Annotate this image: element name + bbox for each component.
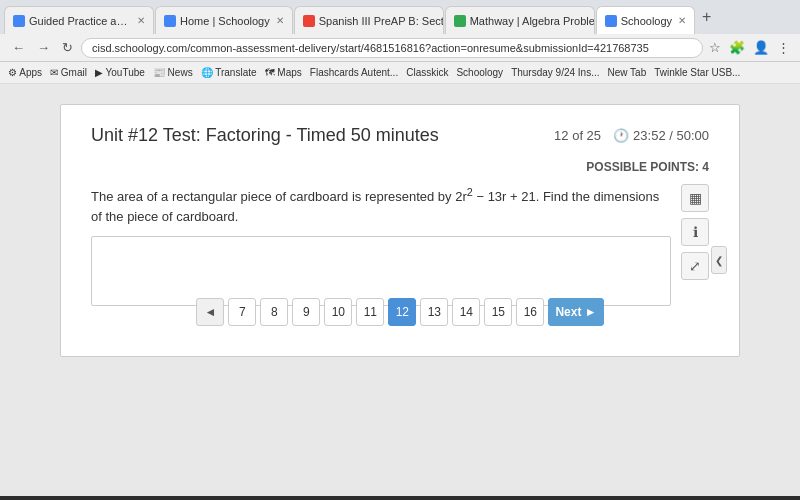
bookmarks-bar: ⚙ Apps ✉ Gmail ▶ YouTube 📰 News 🌐 Transl… <box>0 62 800 84</box>
pagination-page-9[interactable]: 9 <box>292 298 320 326</box>
bookmark-youtube[interactable]: ▶ YouTube <box>95 67 145 78</box>
bookmark-newtab[interactable]: New Tab <box>608 67 647 78</box>
pagination-page-15[interactable]: 15 <box>484 298 512 326</box>
back-button[interactable]: ← <box>8 38 29 57</box>
tab-spanish[interactable]: Spanish III PreAP B: Section 9... ✕ <box>294 6 444 34</box>
pagination-page-12[interactable]: 12 <box>388 298 416 326</box>
menu-icon[interactable]: ⋮ <box>775 38 792 57</box>
timer-display: 🕐 23:52 / 50:00 <box>613 128 709 143</box>
bookmark-news[interactable]: 📰 News <box>153 67 193 78</box>
info-icon: ℹ <box>693 224 698 240</box>
tab-home-schoology[interactable]: Home | Schoology ✕ <box>155 6 293 34</box>
url-bar[interactable] <box>81 38 703 58</box>
bookmark-classkick[interactable]: Classkick <box>406 67 448 78</box>
bookmark-thursday[interactable]: Thursday 9/24 Ins... <box>511 67 599 78</box>
pagination-page-11[interactable]: 11 <box>356 298 384 326</box>
pagination-prev-arrow[interactable]: ◄ <box>196 298 224 326</box>
collapse-left-icon: ❮ <box>715 255 723 266</box>
forward-button[interactable]: → <box>33 38 54 57</box>
tab-close-icon[interactable]: ✕ <box>678 15 686 26</box>
bookmark-star-icon[interactable]: ☆ <box>707 38 723 57</box>
tab-label: Guided Practice and Core Pra... <box>29 15 131 27</box>
bookmark-translate[interactable]: 🌐 Translate <box>201 67 257 78</box>
tab-label: Spanish III PreAP B: Section 9... <box>319 15 444 27</box>
content-card: Unit #12 Test: Factoring - Timed 50 minu… <box>60 104 740 357</box>
collapse-area: ❮ <box>91 246 727 274</box>
tab-favicon <box>164 15 176 27</box>
new-tab-button[interactable]: + <box>696 8 717 26</box>
question-text: The area of a rectangular piece of cardb… <box>91 184 671 226</box>
tab-favicon <box>13 15 25 27</box>
bookmark-gmail[interactable]: ✉ Gmail <box>50 67 87 78</box>
calendar-tool-button[interactable]: ▦ <box>681 184 709 212</box>
bookmark-apps[interactable]: ⚙ Apps <box>8 67 42 78</box>
progress-indicator: 12 of 25 <box>554 128 601 143</box>
collapse-button[interactable]: ❮ <box>711 246 727 274</box>
tab-close-icon[interactable]: ✕ <box>276 15 284 26</box>
bookmark-maps[interactable]: 🗺 Maps <box>265 67 302 78</box>
clock-icon: 🕐 <box>613 128 629 143</box>
pagination-page-8[interactable]: 8 <box>260 298 288 326</box>
tab-guided-practice[interactable]: Guided Practice and Core Pra... ✕ <box>4 6 154 34</box>
page-background: Unit #12 Test: Factoring - Timed 50 minu… <box>0 84 800 496</box>
tab-favicon <box>605 15 617 27</box>
tab-label: Mathway | Algebra Problem S... <box>470 15 595 27</box>
page-title: Unit #12 Test: Factoring - Timed 50 minu… <box>91 125 439 146</box>
extensions-icon[interactable]: 🧩 <box>727 38 747 57</box>
info-tool-button[interactable]: ℹ <box>681 218 709 246</box>
card-meta: 12 of 25 🕐 23:52 / 50:00 <box>554 128 709 143</box>
reload-button[interactable]: ↻ <box>58 38 77 57</box>
pagination-page-16[interactable]: 16 <box>516 298 544 326</box>
profile-icon[interactable]: 👤 <box>751 38 771 57</box>
pagination-page-13[interactable]: 13 <box>420 298 448 326</box>
sidebar-tools: ▦ ℹ ⤢ <box>681 184 709 306</box>
calendar-icon: ▦ <box>689 190 702 206</box>
timer-value: 23:52 / 50:00 <box>633 128 709 143</box>
tab-mathway[interactable]: Mathway | Algebra Problem S... ✕ <box>445 6 595 34</box>
pagination-page-14[interactable]: 14 <box>452 298 480 326</box>
question-wrapper: The area of a rectangular piece of cardb… <box>91 184 709 306</box>
pagination-page-10[interactable]: 10 <box>324 298 352 326</box>
tab-close-icon[interactable]: ✕ <box>137 15 145 26</box>
bookmark-schoology[interactable]: Schoology <box>456 67 503 78</box>
tab-label: Home | Schoology <box>180 15 270 27</box>
tab-label: Schoology <box>621 15 672 27</box>
tab-favicon <box>303 15 315 27</box>
pagination-page-7[interactable]: 7 <box>228 298 256 326</box>
tab-favicon <box>454 15 466 27</box>
question-area: The area of a rectangular piece of cardb… <box>91 184 671 306</box>
possible-points: POSSIBLE POINTS: 4 <box>91 160 709 174</box>
bookmark-flashcards[interactable]: Flashcards Autent... <box>310 67 398 78</box>
footer: English Support | Schoology Blog | PRIVA… <box>0 496 800 500</box>
bookmark-twinkle[interactable]: Twinkle Star USB... <box>654 67 740 78</box>
pagination-next-button[interactable]: Next ► <box>548 298 603 326</box>
tab-schoology-active[interactable]: Schoology ✕ <box>596 6 695 34</box>
card-header: Unit #12 Test: Factoring - Timed 50 minu… <box>91 125 709 146</box>
